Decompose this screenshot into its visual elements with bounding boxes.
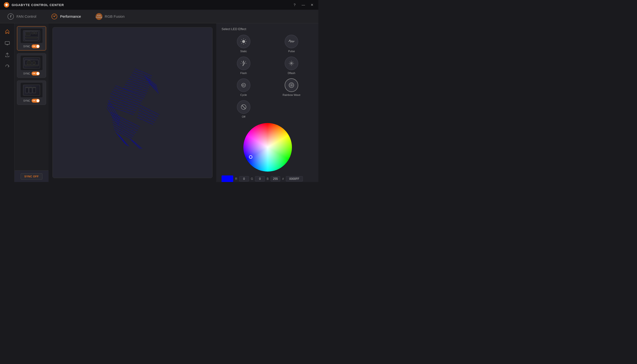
svg-line-61 xyxy=(147,80,158,90)
tab-performance-label: Performance xyxy=(60,14,81,18)
device-gpu-toggle[interactable]: ON xyxy=(32,72,40,76)
sidebar xyxy=(0,23,14,182)
svg-line-51 xyxy=(139,110,157,119)
svg-point-85 xyxy=(291,85,292,86)
b-input[interactable] xyxy=(270,176,280,182)
device-ram[interactable]: SYNC ON xyxy=(17,80,46,105)
rgb-row: R G B # xyxy=(222,176,314,182)
svg-line-67 xyxy=(119,136,129,146)
led-effect-off-label: Off xyxy=(242,115,245,118)
help-button[interactable]: ? xyxy=(292,2,297,7)
svg-point-82 xyxy=(243,84,244,86)
svg-point-13 xyxy=(27,60,32,65)
r-input[interactable] xyxy=(239,176,249,182)
r-label: R xyxy=(235,177,237,180)
color-wheel-section xyxy=(222,123,314,172)
led-effect-dflash-label: Dflash xyxy=(288,72,295,74)
g-input[interactable] xyxy=(255,176,265,182)
led-effect-rainbow-wave-btn[interactable] xyxy=(285,78,298,92)
svg-point-83 xyxy=(289,83,294,88)
led-effect-static-label: Static xyxy=(240,50,247,53)
svg-point-84 xyxy=(290,84,293,87)
close-button[interactable]: ✕ xyxy=(310,2,314,7)
device-ram-sync-label: SYNC xyxy=(23,100,30,102)
svg-line-55 xyxy=(108,100,120,120)
device-gpu[interactable]: SYNC ON xyxy=(17,54,46,78)
svg-line-58 xyxy=(107,108,119,126)
svg-rect-11 xyxy=(26,37,38,38)
svg-rect-10 xyxy=(34,32,37,34)
svg-line-87 xyxy=(242,105,245,109)
led-effect-dflash-btn[interactable] xyxy=(285,56,298,70)
sidebar-item-display[interactable] xyxy=(3,39,12,48)
svg-line-63 xyxy=(150,84,159,94)
sidebar-item-home[interactable] xyxy=(3,27,12,36)
led-effect-flash[interactable]: Flash xyxy=(222,56,266,74)
svg-rect-8 xyxy=(26,32,30,36)
rgb-fusion-badge: RGBFUSION xyxy=(96,13,102,20)
svg-line-26 xyxy=(128,80,149,88)
svg-line-66 xyxy=(118,134,128,146)
led-effect-cycle-label: Cycle xyxy=(240,94,247,96)
app-logo xyxy=(4,2,9,8)
svg-line-24 xyxy=(130,76,150,84)
hex-input[interactable] xyxy=(286,176,303,182)
led-effect-flash-label: Flash xyxy=(240,72,247,74)
device-gpu-sync-label: SYNC xyxy=(23,72,30,75)
svg-line-76 xyxy=(242,40,242,40)
svg-rect-4 xyxy=(5,42,10,44)
svg-line-64 xyxy=(116,132,125,144)
led-effect-cycle[interactable]: Cycle xyxy=(222,78,266,96)
led-effect-flash-btn[interactable] xyxy=(237,56,250,70)
svg-point-3 xyxy=(54,16,55,17)
sidebar-item-refresh[interactable] xyxy=(3,62,12,71)
led-effect-pulse-btn[interactable] xyxy=(285,35,298,48)
svg-line-27 xyxy=(126,82,148,90)
svg-line-68 xyxy=(130,139,140,149)
svg-line-49 xyxy=(140,105,159,115)
svg-point-1 xyxy=(10,16,11,17)
device-motherboard-sync-label: SYNC xyxy=(23,45,30,48)
svg-line-38 xyxy=(109,101,136,111)
svg-line-29 xyxy=(124,86,146,94)
device-ram-thumb xyxy=(21,83,42,97)
led-effect-static[interactable]: Static xyxy=(222,35,266,53)
svg-line-39 xyxy=(109,103,135,113)
tab-fan-label: FAN Control xyxy=(16,14,36,18)
svg-line-35 xyxy=(111,94,140,105)
device-motherboard-toggle[interactable]: ON xyxy=(32,44,40,48)
minimize-button[interactable]: — xyxy=(301,2,306,7)
led-effect-cycle-btn[interactable] xyxy=(237,78,250,92)
led-panel-title: Select LED Effect xyxy=(222,27,314,31)
tab-bar: FAN Control Performance RGBFUSION RGB Fu… xyxy=(0,10,318,23)
led-effect-off-btn[interactable] xyxy=(237,100,250,114)
led-effect-static-btn[interactable] xyxy=(237,35,250,48)
device-ram-toggle[interactable]: ON xyxy=(32,99,40,103)
svg-line-28 xyxy=(125,84,148,92)
tab-fan-control[interactable]: FAN Control xyxy=(7,12,36,21)
svg-line-77 xyxy=(245,40,246,40)
svg-point-81 xyxy=(291,63,292,64)
bottom-sync-bar: SYNC OFF xyxy=(14,170,48,182)
tab-performance[interactable]: Performance xyxy=(51,12,81,21)
fan-control-icon xyxy=(7,13,14,20)
hex-label: # xyxy=(282,177,284,180)
device-motherboard[interactable]: SYNC ON xyxy=(17,26,46,50)
sync-off-button[interactable]: SYNC OFF xyxy=(21,173,42,180)
sidebar-item-updates[interactable] xyxy=(3,50,12,59)
led-effect-rainbow-wave[interactable]: Rainbow Wave xyxy=(270,78,314,96)
color-wheel-cursor[interactable] xyxy=(249,155,252,159)
svg-line-40 xyxy=(108,106,134,115)
led-effect-off[interactable]: Off xyxy=(222,100,266,118)
svg-rect-15 xyxy=(25,65,38,66)
svg-line-70 xyxy=(132,140,142,149)
app-title: GIGABYTE CONTROL CENTER xyxy=(12,3,64,7)
svg-line-65 xyxy=(117,133,126,145)
svg-line-69 xyxy=(131,140,141,149)
color-wheel[interactable] xyxy=(244,123,292,172)
led-effect-pulse[interactable]: Pulse xyxy=(270,35,314,53)
svg-line-25 xyxy=(129,78,150,86)
led-effect-dflash[interactable]: Dflash xyxy=(270,56,314,74)
svg-line-62 xyxy=(148,82,158,92)
tab-rgb-fusion[interactable]: RGBFUSION RGB Fusion xyxy=(96,12,125,21)
